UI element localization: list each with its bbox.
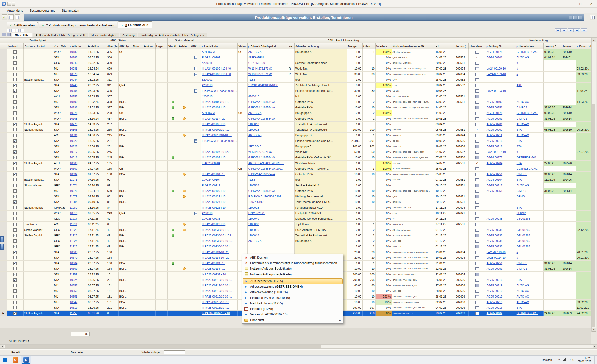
minimize-button[interactable]: ─ <box>564 0 575 7</box>
cell-link[interactable]: 10244 <box>70 78 78 81</box>
plantafel-icon[interactable] <box>475 201 479 204</box>
plantafel-icon[interactable] <box>475 301 479 304</box>
horizontal-scroll-thumb[interactable] <box>5 345 321 348</box>
cell-link[interactable]: CT-K255-100 <box>248 61 265 64</box>
column-header-st-ckl[interactable]: Stückl <box>167 43 178 49</box>
column-header-fehlte[interactable]: Fehlte <box>178 43 190 49</box>
cell-link[interactable]: 11074 <box>70 184 77 187</box>
first-record-button[interactable]: |◀ <box>555 28 561 32</box>
cell-link[interactable]: 11223 <box>70 234 77 237</box>
zustaendig-checkbox[interactable] <box>13 67 17 70</box>
plantafel-icon[interactable] <box>475 234 479 237</box>
cell-link[interactable]: E.B.PKW.A-1168534-0101... <box>248 195 284 198</box>
cell-link[interactable]: 1105526 <box>248 184 259 187</box>
cell-link[interactable]: AG25-00204 <box>487 162 502 165</box>
cell-link[interactable]: AG25-00211 <box>487 134 502 137</box>
context-menu-item-abk-l-schen[interactable]: ✖ABK löschen <box>243 255 343 260</box>
plantafel-icon[interactable] <box>475 184 479 187</box>
cell-link[interactable]: GETRIEBE-GM... <box>517 156 538 159</box>
plantafel-checkbox[interactable]: ✓ <box>476 56 479 59</box>
plantafel-icon[interactable] <box>475 173 479 176</box>
zustaendig-checkbox[interactable]: ✓ <box>13 84 17 87</box>
cell-link[interactable]: 10196 <box>70 106 78 109</box>
plantafel-icon[interactable] <box>475 51 479 54</box>
zustaendig-checkbox[interactable]: ✓ <box>13 78 17 81</box>
cell-link[interactable]: I I PA25-00126 I 10 <box>202 206 226 209</box>
table-row[interactable]: ✓Steffen AngrickSTA1027914.03.25297I I L… <box>0 121 591 127</box>
zustaendig-checkbox[interactable]: ✓ <box>13 139 17 143</box>
context-menu-item-notizen-auftrags-begleitkarte-[interactable]: Notizen (Auftrags-Begleitkarte) <box>243 271 343 277</box>
table-row[interactable]: WOP1018214.01.25356UGART-BG-AUGART-BG-AB… <box>0 49 591 55</box>
cell-link[interactable]: W.13.N-272.371 /C <box>248 73 272 76</box>
cell-link[interactable]: GTU01265 <box>517 228 530 231</box>
cell-link[interactable]: STA <box>517 139 522 142</box>
cell-link[interactable]: GTU01265 <box>517 245 530 248</box>
cell-link[interactable]: AG25-00216 <box>487 145 502 148</box>
context-menu-item-endtermin-als-terminbest-tigt-[interactable]: ↺Endtermin als Terminbestätigt in Kunden… <box>243 260 343 266</box>
cell-link[interactable]: STA <box>517 162 522 165</box>
prev-record-button[interactable]: ◀ <box>561 28 567 32</box>
cell-link[interactable]: I I PA25-00192/10 I 10 <box>202 100 229 103</box>
table-row[interactable]: AKU1025204.03.2530742000104200010bbb1,00… <box>0 94 591 99</box>
plantafel-icon[interactable] <box>475 295 479 298</box>
taskbar-app-prodat[interactable]: ▶ <box>21 356 31 364</box>
cell-link[interactable]: I I LA25-00122 I 10 <box>202 195 226 198</box>
cell-link[interactable]: AG25-00238 <box>487 245 502 248</box>
column-header-einkau[interactable]: Einkau <box>143 43 155 49</box>
cell-link[interactable]: AG24-00104 <box>487 178 502 181</box>
cell-link[interactable]: AG25-00238 <box>487 239 502 242</box>
cell-link[interactable]: I I LA25-00129 I 10 <box>202 223 226 226</box>
cell-link[interactable]: AUTO-AG <box>517 100 529 103</box>
cell-link[interactable]: 10668 <box>70 162 78 165</box>
cell-link[interactable]: 10252 <box>70 95 78 98</box>
zustaendig-checkbox[interactable] <box>13 134 17 137</box>
plantafel-icon[interactable] <box>475 262 479 265</box>
plantafel-icon[interactable] <box>475 290 479 293</box>
cell-link[interactable]: LA25-00107-10 <box>487 150 506 153</box>
cell-link[interactable]: 5200001 <box>202 78 213 81</box>
table-row[interactable]: WOP1031907.05.25243QNA4200018LP120X20X1L… <box>0 210 591 216</box>
cell-link[interactable]: 4200010 <box>202 95 213 98</box>
panel-close-icon[interactable] <box>578 16 582 19</box>
dock-icon[interactable] <box>0 244 4 250</box>
table-row[interactable]: MIJ1007616.04.24629BGr-...I I LA24-00109… <box>0 188 591 194</box>
cell-link[interactable]: 1100023 <box>248 206 259 209</box>
panel-minimize-icon[interactable] <box>569 16 572 19</box>
scroll-down-icon[interactable]: ▼ <box>592 328 596 332</box>
cell-link[interactable]: AG24-00178 <box>487 50 502 53</box>
cell-link[interactable]: STA <box>517 145 522 148</box>
cell-link[interactable]: I I LA24-00109 I 10 <box>202 189 226 192</box>
table-row[interactable]: ✓STA1031705.05.25245I I LA25-00107-10 I … <box>0 149 591 155</box>
zustaendig-checkbox[interactable]: ✓ <box>13 251 17 254</box>
zustaendig-checkbox[interactable] <box>13 301 17 304</box>
zustaendig-checkbox[interactable]: ✓ <box>13 245 17 248</box>
column-header-et[interactable]: ET <box>435 43 455 49</box>
cell-link[interactable]: W.13.N-272.371 /C <box>248 67 272 70</box>
context-menu-item-einkauf-i-pa26-00102-10-10-[interactable]: ▶Einkauf (I PA26-00102/10 10) <box>243 295 343 301</box>
cell-link[interactable]: 10256 <box>70 89 78 92</box>
cell-link[interactable]: CIMPCS <box>517 117 527 120</box>
zustaendig-checkbox[interactable] <box>13 73 17 76</box>
cell-link[interactable]: 10620 <box>70 139 78 142</box>
cell-link[interactable]: AUTO-AG <box>517 184 529 187</box>
zustaendig-checkbox[interactable]: ✓ <box>13 178 17 181</box>
column-header-marker[interactable] <box>0 43 7 49</box>
cell-link[interactable]: LA24-00109-10 <box>487 67 506 70</box>
zustaendig-checkbox[interactable]: ✓ <box>13 200 17 204</box>
cell-link[interactable]: I • PA26-00102/10 • 10 <box>202 312 230 315</box>
cell-link[interactable]: 10669 <box>70 267 78 270</box>
column-header-alter-te[interactable]: Alter (Te <box>106 43 118 49</box>
cell-link[interactable]: AG25-00219 <box>487 295 502 298</box>
plantafel-icon[interactable] <box>475 212 479 215</box>
scroll-up-icon[interactable]: ▲ <box>592 38 596 42</box>
next-record-button[interactable]: ▶ <box>568 28 574 32</box>
cell-link[interactable]: 1100018 <box>248 128 259 131</box>
column-header-termin-a[interactable]: Termin (A <box>543 43 562 49</box>
cell-link[interactable]: TEST <box>248 78 255 81</box>
cell-link[interactable]: I I PA25-00219/10 I 10 <box>202 301 229 304</box>
context-menu-item-unbenutzt[interactable]: Unbenutzt▶ <box>243 317 343 323</box>
cell-link[interactable]: AG24-00172 <box>487 156 502 159</box>
plantafel-icon[interactable] <box>475 84 479 87</box>
cell-link[interactable]: 10670 <box>70 256 78 259</box>
cell-link[interactable]: 10188 <box>70 56 78 59</box>
